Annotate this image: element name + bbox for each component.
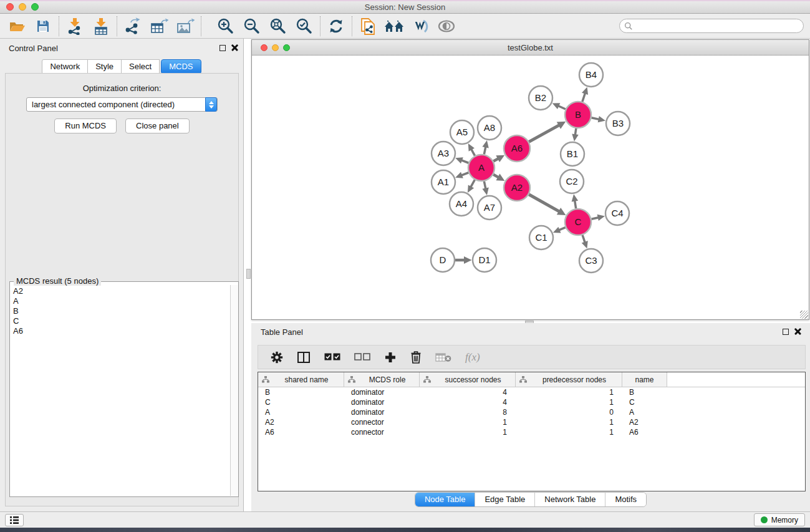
arrowhead-icon <box>482 140 488 148</box>
cell: 8 <box>420 408 516 417</box>
zoom-fit-icon <box>269 17 287 35</box>
close-table-panel-icon[interactable] <box>794 328 801 335</box>
arrowhead-icon <box>582 87 588 95</box>
export-network-icon <box>124 17 142 35</box>
export-network-button[interactable] <box>121 16 145 37</box>
float-panel-icon[interactable] <box>219 45 226 51</box>
column-header-shared-name[interactable]: shared name <box>258 372 344 387</box>
mcds-result-item[interactable]: A2 <box>13 286 229 296</box>
edge-C-C2[interactable] <box>575 201 576 209</box>
mcds-result-item[interactable]: A <box>13 296 229 306</box>
graph-node-label: B4 <box>586 69 597 80</box>
mcds-result-item[interactable]: C <box>13 316 229 326</box>
node-table[interactable]: shared nameMCDS rolesuccessor nodesprede… <box>258 372 806 491</box>
resize-grip-icon[interactable] <box>800 311 808 319</box>
memory-button[interactable]: Memory <box>754 513 805 526</box>
edge-B-B2[interactable] <box>558 106 566 109</box>
arrowhead-icon <box>597 215 605 221</box>
column-header-name[interactable]: name <box>622 372 667 387</box>
run-mcds-button[interactable]: Run MCDS <box>54 118 117 133</box>
close-panel-button[interactable]: Close panel <box>125 118 190 133</box>
function-builder-button[interactable]: f(x) <box>465 351 480 364</box>
save-session-button[interactable] <box>31 16 55 37</box>
graph-node-label: B2 <box>535 92 546 103</box>
delete-table-button[interactable] <box>435 352 451 362</box>
edge-B-B4[interactable] <box>582 93 585 102</box>
show-columns-button[interactable] <box>297 351 311 364</box>
edge-A-A7[interactable] <box>484 181 485 189</box>
zoom-fit-button[interactable] <box>266 16 290 37</box>
deselect-all-button[interactable] <box>354 353 370 361</box>
table-row[interactable]: A6connector11A6 <box>258 427 805 437</box>
mcds-result-item[interactable]: A6 <box>13 326 229 336</box>
desktop-vscroll-handle[interactable] <box>246 269 251 279</box>
tab-mcds[interactable]: MCDS <box>161 59 201 74</box>
edge-A-A2[interactable] <box>493 175 498 178</box>
table-row[interactable]: Cdominator41C <box>258 397 805 407</box>
home-button[interactable] <box>382 16 406 37</box>
tab-style[interactable]: Style <box>87 59 122 74</box>
export-table-button[interactable] <box>147 16 171 37</box>
zoom-in-button[interactable] <box>214 16 238 37</box>
arrowhead-icon <box>572 194 578 201</box>
refresh-view-button[interactable] <box>324 16 348 37</box>
arrowhead-icon <box>455 172 463 178</box>
tab-network[interactable]: Network <box>42 59 88 74</box>
tab-motifs[interactable]: Motifs <box>605 493 646 506</box>
table-settings-button[interactable] <box>271 351 283 364</box>
tab-select[interactable]: Select <box>121 59 160 74</box>
edge-C-C4[interactable] <box>591 218 598 220</box>
open-file-button[interactable] <box>5 16 29 37</box>
add-column-button[interactable] <box>384 351 397 364</box>
network-window-titlebar[interactable]: testGlobe.txt <box>252 40 809 56</box>
edge-A-A5[interactable] <box>471 149 475 155</box>
zoom-out-button[interactable] <box>240 16 264 37</box>
hide-panels-button[interactable] <box>435 16 458 37</box>
cell: 1 <box>420 418 516 427</box>
zoom-selected-button[interactable] <box>292 16 316 37</box>
mcds-result-scrollbar[interactable] <box>230 285 238 496</box>
float-table-panel-icon[interactable] <box>783 329 789 335</box>
criterion-select[interactable]: largest connected component (directed) <box>26 97 218 112</box>
control-panel-title: Control Panel <box>9 44 58 53</box>
curation-button[interactable] <box>408 16 432 37</box>
gear-icon <box>271 351 283 364</box>
edge-A2-C[interactable] <box>529 195 559 211</box>
table-row[interactable]: Bdominator41B <box>258 387 805 397</box>
task-history-button[interactable] <box>5 514 24 526</box>
search-input[interactable] <box>633 21 803 32</box>
edge-C-C3[interactable] <box>582 235 585 243</box>
edge-A-A1[interactable] <box>461 173 468 175</box>
tab-node-table[interactable]: Node Table <box>415 493 475 506</box>
export-image-button[interactable] <box>173 16 197 37</box>
tab-network-table[interactable]: Network Table <box>534 493 605 506</box>
column-header-predecessor-nodes[interactable]: predecessor nodes <box>516 372 622 387</box>
edge-B-B3[interactable] <box>591 118 599 120</box>
edge-A-A6[interactable] <box>493 158 498 161</box>
column-header-MCDS-role[interactable]: MCDS role <box>344 372 420 387</box>
edge-A-A8[interactable] <box>484 147 485 154</box>
import-table-button[interactable] <box>89 16 113 37</box>
edge-A-A4[interactable] <box>471 180 475 187</box>
arrowhead-icon <box>455 157 463 163</box>
select-all-button[interactable] <box>324 353 340 361</box>
mcds-result-item[interactable]: B <box>13 306 229 316</box>
eye-icon <box>437 19 456 33</box>
close-panel-icon[interactable] <box>231 44 238 51</box>
duplicate-network-button[interactable] <box>356 16 380 37</box>
tab-edge-table[interactable]: Edge Table <box>475 493 534 506</box>
checked-boxes-icon <box>324 353 340 361</box>
network-canvas[interactable]: B4B2BB3A8A5A6A3B1AA1C2A2A4A7C4CC1C3DD1 <box>252 56 809 319</box>
column-header-successor-nodes[interactable]: successor nodes <box>420 372 516 387</box>
cell: A <box>622 408 667 417</box>
edge-A6-B[interactable] <box>529 125 559 142</box>
table-row[interactable]: A2connector11A2 <box>258 417 805 427</box>
delete-column-button[interactable] <box>410 351 422 364</box>
table-row[interactable]: Adominator80A <box>258 407 805 417</box>
edge-B-B1[interactable] <box>575 128 576 135</box>
import-network-button[interactable] <box>63 16 87 37</box>
toolbar-search[interactable] <box>619 19 804 33</box>
edge-C-C1[interactable] <box>559 228 566 230</box>
task-list-icon <box>9 516 19 525</box>
edge-A-A3[interactable] <box>461 160 468 163</box>
